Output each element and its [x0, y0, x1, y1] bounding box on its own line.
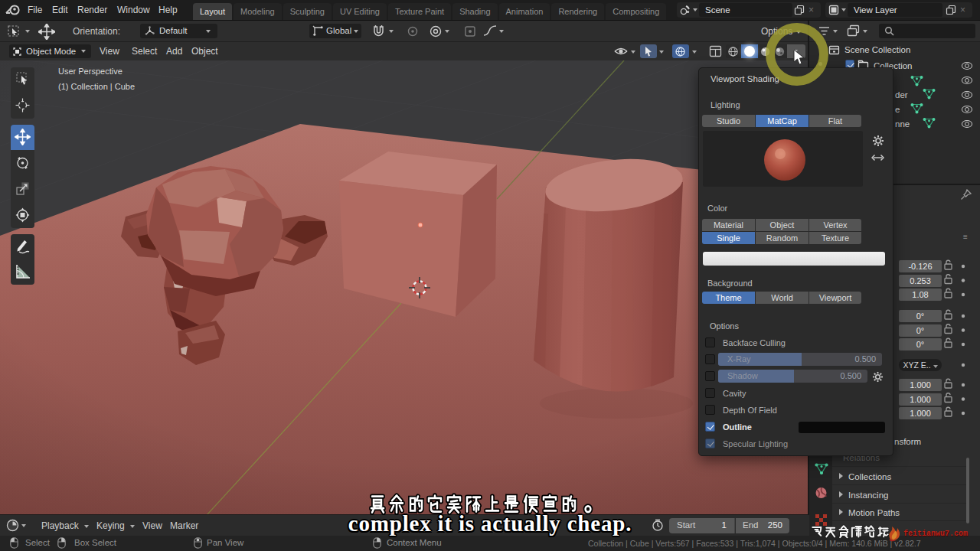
svg-text:(1) Collection | Cube: (1) Collection | Cube [58, 82, 135, 91]
svg-text:User Perspective: User Perspective [58, 67, 122, 76]
